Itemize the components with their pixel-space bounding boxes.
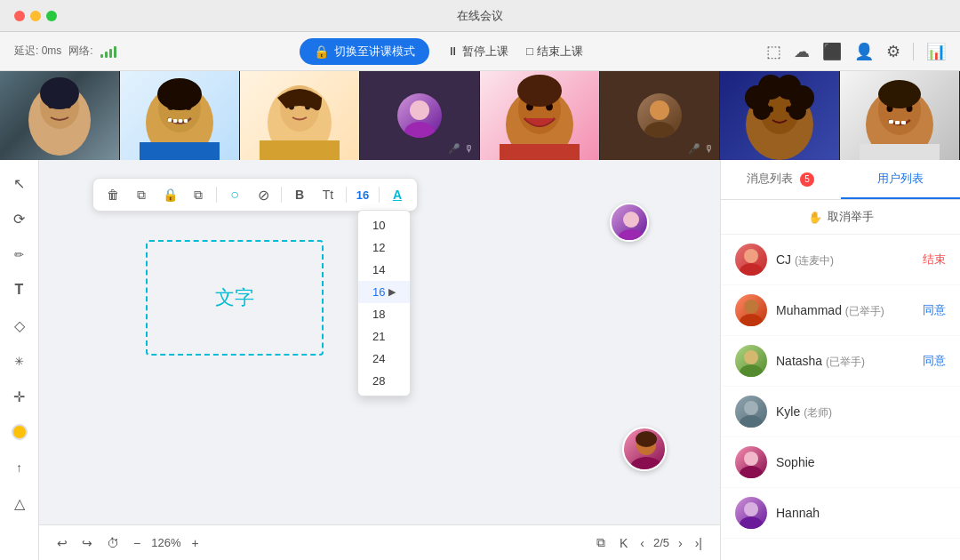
- pause-label: 暂停上课: [462, 44, 508, 60]
- zoom-out-button[interactable]: −: [130, 534, 144, 552]
- screen-icon[interactable]: ⬛: [822, 42, 842, 61]
- font-size-option-14[interactable]: 14: [358, 259, 410, 281]
- video-thumb-3[interactable]: [240, 71, 360, 160]
- move-tool[interactable]: ✛: [5, 382, 34, 411]
- font-size-option-12[interactable]: 12: [358, 236, 410, 259]
- avatar-cj: [735, 244, 767, 276]
- format-toolbar: 🗑 ⧉ 🔒 ⧉ ○ ⊘ B Tt 16 A: [92, 178, 418, 212]
- tt-format-button[interactable]: Tt: [317, 184, 339, 205]
- avatar-kyle: [735, 396, 767, 428]
- mic-off-icon-6: 🎤: [688, 143, 700, 155]
- video-thumb-5[interactable]: [480, 71, 600, 160]
- font-size-option-16[interactable]: 16 ▶: [358, 281, 410, 303]
- svg-point-13: [157, 78, 202, 110]
- user-icon[interactable]: 👤: [854, 42, 874, 61]
- zoom-controls: ⏱ − 126% +: [103, 534, 203, 552]
- lasso-tool[interactable]: ⟳: [5, 204, 34, 233]
- starburst-tool[interactable]: ✳: [5, 347, 34, 375]
- text-tool[interactable]: T: [5, 276, 34, 304]
- font-size-option-24[interactable]: 24: [358, 348, 410, 370]
- svg-rect-44: [889, 120, 893, 124]
- video-thumb-2[interactable]: [120, 71, 240, 160]
- connection-info: 延迟: 0ms 网络:: [14, 44, 116, 59]
- svg-point-39: [788, 102, 806, 120]
- zoom-in-button[interactable]: +: [188, 534, 202, 552]
- font-size-10-label: 10: [372, 219, 385, 232]
- network-label: 网络:: [68, 44, 92, 59]
- font-size-dropdown[interactable]: 10 12 14 16 ▶ 18 21 24: [357, 210, 411, 396]
- participant-face-5: [500, 71, 580, 160]
- font-size-option-28[interactable]: 28: [358, 370, 410, 392]
- raise-hand-bar[interactable]: ✋ 取消举手: [721, 200, 960, 235]
- page-first-button[interactable]: K: [616, 534, 631, 552]
- bold-format-button[interactable]: B: [289, 184, 310, 205]
- svg-rect-46: [901, 121, 906, 124]
- pause-button[interactable]: ⏸ 暂停上课: [447, 44, 508, 60]
- user-item-sophie: Sophie: [721, 437, 960, 488]
- undo-button[interactable]: ↩: [53, 534, 71, 552]
- font-size-16-label: 16: [372, 285, 385, 299]
- settings-icon[interactable]: ⚙: [886, 42, 900, 61]
- font-size-option-21[interactable]: 21: [358, 325, 410, 348]
- svg-point-63: [740, 415, 763, 428]
- svg-rect-11: [179, 119, 182, 123]
- chart-icon[interactable]: 📊: [926, 42, 946, 61]
- end-label: 结束上课: [537, 44, 583, 60]
- color-format-button[interactable]: A: [387, 184, 408, 205]
- video-thumb-7[interactable]: [720, 71, 840, 160]
- svg-rect-27: [500, 144, 580, 160]
- font-size-option-18[interactable]: 18: [358, 303, 410, 325]
- color-picker-tool[interactable]: [5, 418, 34, 446]
- user-name-sophie: Sophie: [776, 455, 815, 469]
- maximize-button[interactable]: [46, 11, 57, 21]
- mic-off-icon: 🎤: [448, 143, 460, 155]
- canvas-area[interactable]: ↖ ⟳ ✏ T ◇ ✳ ✛ ↑ △ 🗑 ⧉ 🔒 ⧉ ○ ⊘: [0, 160, 720, 560]
- timer-button[interactable]: ⏱: [103, 534, 123, 552]
- copy-page-button[interactable]: ⧉: [593, 533, 609, 552]
- upload-tool[interactable]: ↑: [5, 453, 34, 482]
- cloud-icon[interactable]: ☁: [794, 42, 810, 61]
- end-button[interactable]: □ 结束上课: [526, 44, 583, 60]
- font-size-display[interactable]: 16: [354, 188, 372, 202]
- switch-mode-button[interactable]: 🔒 切换至讲课模式: [300, 38, 429, 65]
- redo-button[interactable]: ↪: [78, 534, 96, 552]
- canvas-text-box[interactable]: 文字: [146, 240, 324, 356]
- user-action-muhammad[interactable]: 同意: [923, 302, 946, 318]
- window-controls[interactable]: [14, 11, 57, 21]
- svg-point-29: [644, 122, 675, 138]
- user-action-natasha[interactable]: 同意: [923, 353, 946, 369]
- svg-rect-10: [173, 119, 177, 123]
- participant-face-8: [860, 71, 940, 160]
- tab-users[interactable]: 用户列表: [841, 160, 961, 199]
- delete-format-button[interactable]: 🗑: [102, 184, 124, 205]
- video-thumb-8[interactable]: [840, 71, 960, 160]
- page-last-button[interactable]: ›|: [692, 534, 706, 552]
- eraser-tool[interactable]: ◇: [5, 311, 34, 340]
- video-thumb-4[interactable]: 🎤 🎙: [360, 71, 480, 160]
- close-button[interactable]: [14, 11, 25, 21]
- cursor-tool[interactable]: ↖: [5, 169, 34, 197]
- participant-face-3: [260, 71, 340, 160]
- font-size-option-10[interactable]: 10: [358, 214, 410, 236]
- video-thumb-6[interactable]: 🎤 🎙: [600, 71, 720, 160]
- bottom-right-controls: ⧉ K ‹ 2/5 › ›|: [593, 533, 706, 552]
- lock-format-button[interactable]: 🔒: [159, 184, 180, 205]
- video-thumb-1[interactable]: [0, 71, 120, 160]
- duplicate-format-button[interactable]: ⧉: [131, 184, 152, 205]
- cloud-upload-icon[interactable]: ⬚: [766, 42, 781, 61]
- cross-format-button[interactable]: ⊘: [252, 184, 274, 205]
- page-next-button[interactable]: ›: [675, 534, 686, 552]
- shape-tool[interactable]: △: [5, 489, 34, 517]
- pen-tool[interactable]: ✏: [5, 240, 34, 268]
- svg-point-66: [744, 502, 758, 516]
- user-action-cj[interactable]: 结束: [923, 252, 946, 268]
- minimize-button[interactable]: [30, 11, 41, 21]
- user-info-muhammad: Muhammad (已举手): [776, 302, 914, 319]
- circle-format-button[interactable]: ○: [224, 184, 245, 205]
- svg-rect-14: [140, 142, 220, 160]
- svg-point-21: [404, 122, 435, 138]
- user-name-muhammad: Muhammad (已举手): [776, 303, 884, 317]
- tab-messages[interactable]: 消息列表 5: [721, 160, 841, 199]
- page-prev-button[interactable]: ‹: [636, 534, 648, 552]
- layer-format-button[interactable]: ⧉: [188, 184, 209, 205]
